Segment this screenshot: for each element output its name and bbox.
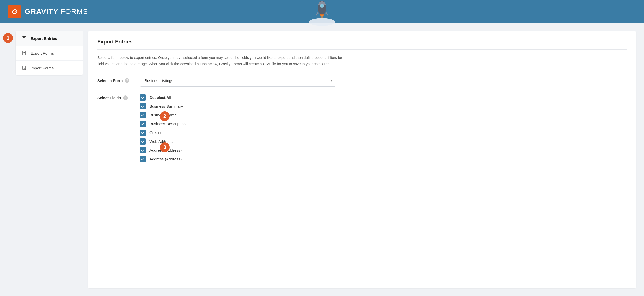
field-item-business-description[interactable]: Business Description — [140, 121, 336, 127]
logo-text: GRAVITY FORMS — [25, 8, 88, 16]
export-forms-icon — [21, 50, 27, 56]
panel-title: Export Entries — [97, 39, 627, 50]
field-item-business-summary[interactable]: Business Summary — [140, 103, 336, 109]
main-wrapper: 1 Export Entries Export F — [0, 23, 644, 296]
select-form-label: Select a Form ? — [97, 78, 133, 83]
field-item-address-2[interactable]: Address (Address) — [140, 156, 336, 162]
field-item-cuisine[interactable]: Cuisine — [140, 130, 336, 136]
select-form-help-icon[interactable]: ? — [125, 78, 129, 83]
sidebar-item-export-forms[interactable]: Export Forms — [16, 46, 83, 61]
export-entries-icon — [21, 36, 27, 41]
select-fields-label: Select Fields ? — [97, 94, 133, 100]
select-form-row: 2 Select a Form ? Business listings ▾ — [97, 75, 627, 87]
field-item-deselect-all[interactable]: Deselect All — [140, 94, 336, 101]
app-header: G GRAVITY FORMS — [0, 0, 644, 23]
logo-icon: G — [8, 5, 21, 18]
rocket-icon — [313, 0, 331, 21]
rocket-illustration — [309, 0, 335, 26]
field-label-deselect-all: Deselect All — [149, 95, 171, 100]
step-badge-1: 1 — [3, 33, 13, 43]
sidebar-item-export-entries[interactable]: Export Entries — [16, 31, 83, 46]
checkbox-web-address[interactable] — [140, 138, 146, 145]
sidebar: Export Entries Export Forms Import For — [16, 31, 83, 75]
sidebar-item-export-entries-label: Export Entries — [31, 36, 57, 41]
field-label-business-summary: Business Summary — [149, 104, 183, 108]
step-badge-3: 3 — [160, 142, 170, 152]
field-item-web-address[interactable]: Web Address — [140, 138, 336, 145]
field-label-business-description: Business Description — [149, 122, 186, 126]
checkbox-business-description[interactable] — [140, 121, 146, 127]
logo: G GRAVITY FORMS — [8, 5, 88, 18]
select-form-dropdown[interactable]: Business listings — [140, 75, 336, 87]
select-fields-row: 3 Select Fields ? Deselect All — [97, 94, 627, 162]
checkbox-business-summary[interactable] — [140, 103, 146, 109]
checkbox-address-2[interactable] — [140, 156, 146, 162]
field-label-address-2: Address (Address) — [149, 157, 182, 161]
checkbox-deselect-all[interactable] — [140, 94, 146, 101]
checkbox-cuisine[interactable] — [140, 130, 146, 136]
checkbox-business-name[interactable] — [140, 112, 146, 118]
svg-point-2 — [321, 4, 323, 7]
import-forms-icon — [21, 65, 27, 70]
select-form-wrapper: Business listings ▾ — [140, 75, 336, 87]
panel-description: Select a form below to export entries. O… — [97, 55, 346, 67]
sidebar-item-import-forms-label: Import Forms — [31, 66, 54, 70]
field-label-cuisine: Cuisine — [149, 130, 162, 135]
content-panel: Export Entries Select a form below to ex… — [88, 31, 636, 288]
step-badge-2: 2 — [160, 111, 170, 121]
fields-list: Deselect All Business Summary — [140, 94, 336, 162]
checkbox-address-1[interactable] — [140, 147, 146, 153]
svg-point-4 — [321, 15, 323, 18]
sidebar-item-export-forms-label: Export Forms — [31, 51, 54, 55]
sidebar-item-import-forms[interactable]: Import Forms — [16, 61, 83, 75]
field-label-web-address: Web Address — [149, 139, 173, 144]
select-fields-help-icon[interactable]: ? — [123, 95, 128, 100]
